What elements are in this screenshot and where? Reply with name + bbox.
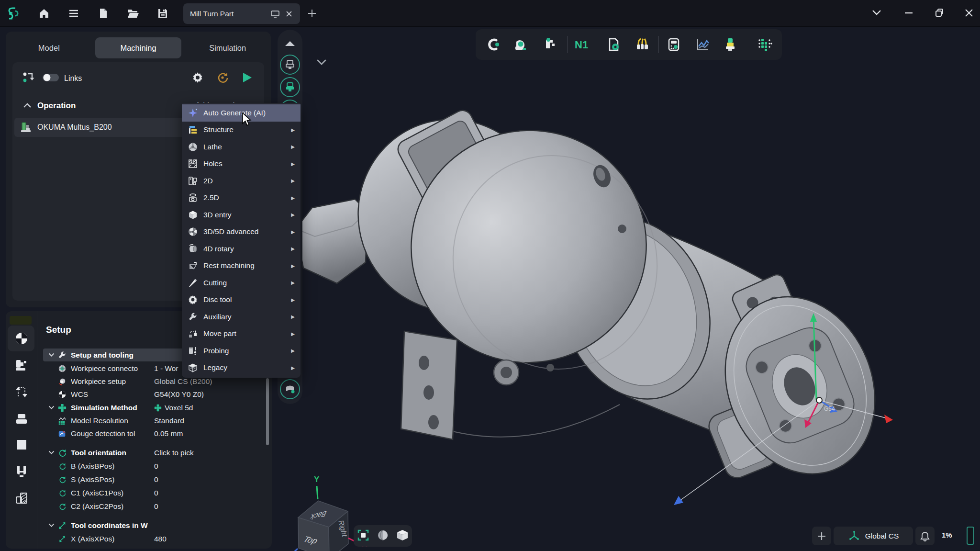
save-button[interactable] bbox=[156, 7, 169, 20]
global-cs-button[interactable]: Global CS bbox=[834, 527, 913, 545]
sidebar-fixture-icon[interactable] bbox=[11, 461, 32, 482]
menu-item-cutting[interactable]: Cutting ▶ bbox=[182, 274, 301, 292]
chevron-down-icon[interactable] bbox=[46, 523, 56, 528]
icon-legacy bbox=[188, 362, 198, 373]
spindle-head1-button[interactable] bbox=[280, 55, 300, 75]
menu-item-lathe[interactable]: Lathe ▶ bbox=[182, 138, 301, 156]
fit-view-icon[interactable] bbox=[356, 529, 370, 544]
chevron-down-icon[interactable] bbox=[46, 353, 56, 357]
menu-item-legacy[interactable]: Legacy ▶ bbox=[182, 360, 301, 377]
menu-item-disc-tool[interactable]: Disc tool ▶ bbox=[182, 292, 301, 309]
gcode-label: N1 bbox=[575, 39, 588, 51]
submenu-arrow-icon: ▶ bbox=[291, 246, 295, 251]
setup-row-simulation-method[interactable]: Simulation Method Voxel 5d bbox=[43, 401, 263, 414]
chart-icon[interactable] bbox=[694, 36, 712, 53]
iso-view-icon[interactable] bbox=[396, 529, 409, 544]
menu-item-3d-entry[interactable]: 3D entry ▶ bbox=[182, 206, 301, 224]
setup-row-tool-orientation[interactable]: Tool orientation Click to pick bbox=[43, 446, 263, 459]
main-menu-button[interactable] bbox=[67, 7, 80, 20]
menu-item-auto-generate[interactable]: Auto Generate (AI) bbox=[182, 104, 301, 122]
machine-settings-icon[interactable] bbox=[605, 36, 622, 53]
open-file-button[interactable] bbox=[126, 7, 140, 20]
sync-icon[interactable] bbox=[216, 71, 229, 86]
spindle-head2-button[interactable] bbox=[280, 77, 300, 97]
gcode-icon[interactable]: N1 bbox=[574, 36, 591, 53]
icon-rest-machining bbox=[188, 260, 198, 271]
magnet-tool-icon[interactable] bbox=[485, 36, 502, 53]
setup-row-tool-coordinates[interactable]: Tool coordinates in W bbox=[43, 519, 263, 532]
wires-icon[interactable] bbox=[634, 36, 651, 53]
window-collapse-button[interactable] bbox=[869, 6, 884, 20]
resource-gauge bbox=[967, 527, 974, 545]
settings-gear-icon[interactable] bbox=[191, 71, 204, 86]
sphere-view-icon[interactable] bbox=[376, 529, 390, 544]
notifications-button[interactable] bbox=[915, 527, 935, 545]
tab-machining[interactable]: Machining bbox=[95, 37, 182, 58]
menu-item-2-5d[interactable]: 2.5D ▶ bbox=[182, 190, 301, 207]
setup-scrollbar[interactable] bbox=[266, 378, 269, 445]
window-restore-button[interactable] bbox=[932, 6, 947, 20]
submenu-arrow-icon: ▶ bbox=[291, 229, 295, 235]
links-toggle[interactable] bbox=[42, 73, 59, 84]
sidebar-material-icon[interactable] bbox=[11, 488, 32, 508]
chevron-down-icon[interactable] bbox=[46, 450, 56, 455]
new-file-button[interactable] bbox=[97, 7, 110, 20]
tab-simulation[interactable]: Simulation bbox=[184, 37, 271, 58]
setup-row-wcs[interactable]: WCS G54(X0 Y0 Z0) bbox=[43, 388, 263, 401]
window-minimize-button[interactable] bbox=[902, 6, 916, 20]
setup-row-axis-c2[interactable]: C2 (AxisC2Pos) 0 bbox=[43, 500, 263, 513]
menu-item-auxiliary[interactable]: Auxiliary ▶ bbox=[182, 308, 301, 326]
ai-sparkle-icon bbox=[188, 108, 198, 118]
window-close-button[interactable] bbox=[962, 6, 976, 20]
submenu-arrow-icon: ▶ bbox=[291, 195, 295, 201]
menu-item-probing[interactable]: Probing ▶ bbox=[182, 342, 301, 360]
menu-item-holes[interactable]: Holes ▶ bbox=[182, 156, 301, 173]
links-graph-icon[interactable] bbox=[22, 71, 35, 86]
titlebar: Mill Turn Part bbox=[0, 0, 980, 27]
operation-collapse-icon[interactable] bbox=[23, 101, 32, 110]
run-button[interactable] bbox=[241, 71, 253, 86]
menu-item-2d[interactable]: 2D ▶ bbox=[182, 172, 301, 190]
sidebar-machine-icon[interactable] bbox=[11, 355, 32, 375]
sidebar-wcs-icon[interactable] bbox=[11, 328, 32, 349]
setup-row-axis-s[interactable]: S (AxisSPos) 0 bbox=[43, 473, 263, 486]
collapse-chevron-icon[interactable] bbox=[314, 57, 329, 67]
menu-item-rest-machining[interactable]: Rest machining ▶ bbox=[182, 258, 301, 275]
sidebar-workpiece-icon[interactable] bbox=[11, 409, 32, 429]
tab-close-icon[interactable] bbox=[285, 10, 293, 18]
submenu-arrow-icon: ▶ bbox=[291, 212, 295, 217]
dot-matrix-icon[interactable] bbox=[757, 36, 774, 53]
caliper-icon[interactable] bbox=[541, 36, 558, 53]
setup-row-gouge-detection[interactable]: Gouge detection tol 0.05 mm bbox=[43, 427, 263, 440]
sidebar-transform-icon[interactable] bbox=[11, 382, 32, 402]
menu-item-3d5d-advanced[interactable]: 3D/5D advanced ▶ bbox=[182, 224, 301, 241]
cs-triad-icon bbox=[848, 530, 860, 542]
document-tab[interactable]: Mill Turn Part bbox=[183, 3, 300, 24]
home-button[interactable] bbox=[37, 7, 51, 20]
workpiece-view-button[interactable] bbox=[280, 379, 300, 399]
app-logo-icon[interactable] bbox=[7, 7, 20, 20]
tab-model[interactable]: Model bbox=[6, 37, 92, 58]
measure-tape-icon[interactable] bbox=[512, 36, 530, 53]
calculator-icon[interactable] bbox=[665, 36, 682, 53]
color-swatch[interactable] bbox=[10, 316, 32, 325]
setup-row-axis-x[interactable]: X (AxisXPos) 480 bbox=[43, 532, 263, 545]
icon-4d-rotary bbox=[188, 244, 198, 254]
add-cs-button[interactable] bbox=[812, 527, 831, 545]
menu-item-structure[interactable]: Structure ▶ bbox=[182, 122, 301, 139]
setup-row-axis-c1[interactable]: C1 (AxisC1Pos) 0 bbox=[43, 486, 263, 499]
menu-item-move-part[interactable]: Move part ▶ bbox=[182, 326, 301, 343]
chevron-down-icon[interactable] bbox=[46, 405, 56, 410]
menu-item-4d-rotary[interactable]: 4D rotary ▶ bbox=[182, 240, 301, 258]
icon-cutting bbox=[188, 278, 198, 288]
icon-probing bbox=[188, 346, 198, 356]
tool-assembly-icon[interactable] bbox=[722, 36, 739, 53]
memory-usage-label: 1% bbox=[942, 531, 952, 539]
setup-row-model-resolution[interactable]: Model Resolution Standard bbox=[43, 414, 263, 427]
wrench-icon bbox=[56, 350, 68, 360]
setup-row-axis-b[interactable]: B (AxisBPos) 0 bbox=[43, 460, 263, 472]
gouge-icon bbox=[56, 429, 68, 439]
sidebar-stock-icon[interactable] bbox=[11, 435, 32, 455]
strip-collapse-icon[interactable] bbox=[284, 40, 296, 49]
new-tab-button[interactable] bbox=[305, 7, 319, 20]
